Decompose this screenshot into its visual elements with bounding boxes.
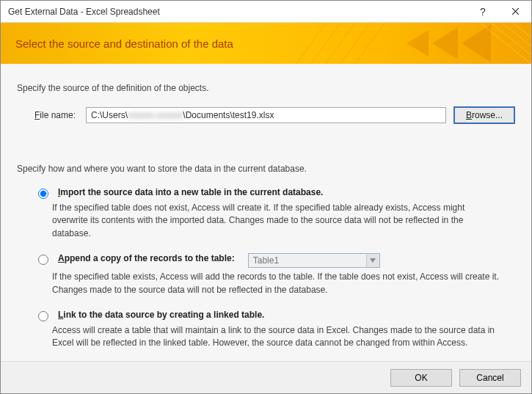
banner-decoration (296, 23, 531, 64)
radio-append[interactable] (38, 255, 48, 265)
append-table-value: Table1 (249, 254, 366, 267)
banner-title: Select the source and destination of the… (15, 37, 233, 50)
source-intro: Specify the source of the definition of … (17, 83, 515, 93)
option-link-label[interactable]: Link to the data source by creating a li… (58, 310, 264, 320)
close-icon (511, 6, 520, 18)
option-append-desc: If the specified table exists, Access wi… (52, 271, 500, 296)
close-button[interactable] (499, 1, 531, 23)
help-icon: ? (480, 6, 486, 18)
file-label: File name: (34, 110, 79, 120)
option-append-label[interactable]: Append a copy of the records to the tabl… (58, 253, 235, 263)
option-link-desc: Access will create a table that will mai… (52, 324, 500, 350)
radio-import[interactable] (38, 189, 48, 199)
svg-marker-2 (462, 24, 491, 62)
cancel-button[interactable]: Cancel (459, 369, 521, 387)
content-area: Specify the source of the definition of … (1, 64, 531, 361)
titlebar: Get External Data - Excel Spreadsheet ? (1, 1, 531, 23)
svg-marker-1 (432, 27, 458, 59)
option-import: Import the source data into a new table … (34, 187, 515, 199)
option-append: Append a copy of the records to the tabl… (34, 253, 515, 268)
file-input[interactable]: C:\Users\xxxxxx.xxxxxx\Documents\test19.… (86, 107, 446, 123)
chevron-down-icon (366, 254, 379, 267)
banner: Select the source and destination of the… (1, 23, 531, 64)
svg-marker-0 (407, 30, 429, 56)
option-import-label[interactable]: Import the source data into a new table … (58, 187, 323, 197)
footer: OK Cancel (1, 361, 531, 393)
append-table-combo[interactable]: Table1 (248, 253, 380, 268)
radio-link[interactable] (38, 311, 48, 321)
window-title: Get External Data - Excel Spreadsheet (8, 7, 467, 17)
help-button[interactable]: ? (467, 1, 499, 23)
file-row: File name: C:\Users\xxxxxx.xxxxxx\Docume… (34, 106, 515, 124)
ok-button[interactable]: OK (390, 369, 452, 387)
svg-marker-3 (370, 258, 376, 263)
option-import-desc: If the specified table does not exist, A… (52, 202, 500, 240)
store-intro: Specify how and where you want to store … (17, 164, 515, 174)
option-link: Link to the data source by creating a li… (34, 310, 515, 321)
browse-button[interactable]: Browse... (453, 106, 515, 124)
